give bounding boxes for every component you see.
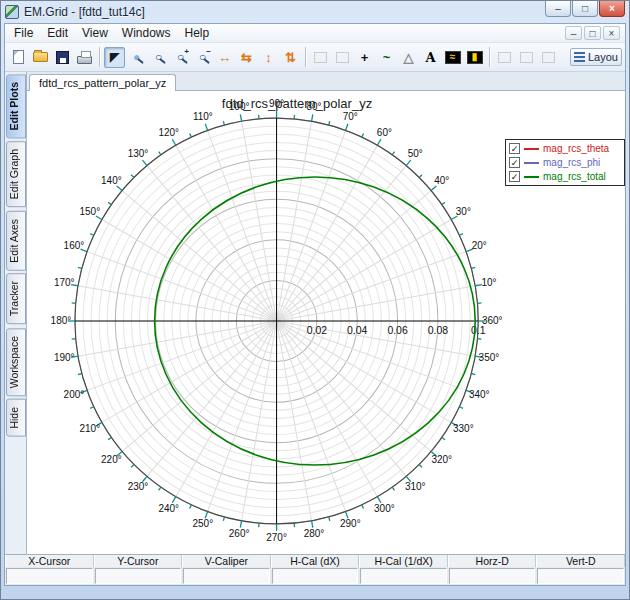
side-tab-workspace[interactable]: Workspace <box>6 328 26 396</box>
app-window: EM.Grid - [fdtd_tut14c] – □ × FileEditVi… <box>0 0 630 600</box>
legend-checkbox[interactable]: ✓ <box>509 171 520 182</box>
angle-label: 30° <box>456 206 471 217</box>
status-value-cell <box>449 568 536 584</box>
menu-file[interactable]: File <box>7 25 40 41</box>
pan-vertical-icon[interactable] <box>280 47 301 68</box>
radial-label: 0.02 <box>307 324 328 336</box>
angle-label: 350° <box>479 352 500 363</box>
angle-label: 280° <box>304 528 325 539</box>
text-label-icon[interactable] <box>420 47 441 68</box>
plot-area[interactable]: fdtd_rcs_pattern_polar_yz 10°20°30°40°50… <box>27 91 625 554</box>
toolbar-items: +− <box>8 47 559 68</box>
side-tab-strip: Edit PlotsEdit GraphEdit AxesTrackerWork… <box>5 72 26 554</box>
menu-windows[interactable]: Windows <box>115 25 178 41</box>
legend-line-sample <box>524 162 539 164</box>
legend-label: mag_rcs_phi <box>543 157 600 168</box>
angle-label: 250° <box>193 518 214 529</box>
angle-label: 210° <box>80 423 101 434</box>
status-header-row: X-CursorY-CursorV-CaliperH-Cal (dX)H-Cal… <box>5 554 625 567</box>
float-panel-icon <box>516 47 537 68</box>
angle-label: 200° <box>64 389 85 400</box>
angle-label: 100° <box>229 101 250 112</box>
curve-tool-icon[interactable] <box>376 47 397 68</box>
radial-label: 0.06 <box>387 324 408 336</box>
pan-horizontal-icon[interactable] <box>236 47 257 68</box>
legend-item: ✓mag_rcs_total <box>509 170 621 183</box>
angle-label: 290° <box>340 518 361 529</box>
legend-checkbox[interactable]: ✓ <box>509 143 520 154</box>
legend-checkbox[interactable]: ✓ <box>509 157 520 168</box>
angle-label: 140° <box>101 175 122 186</box>
export-view-icon <box>538 47 559 68</box>
status-header-horz-d: Horz-D <box>448 555 537 567</box>
save-icon[interactable] <box>52 47 73 68</box>
legend-item: ✓mag_rcs_theta <box>509 142 621 155</box>
status-header-h-cal-1-dx-: H-Cal (1/dX) <box>359 555 448 567</box>
mdi-minimize-button[interactable]: – <box>565 26 582 40</box>
side-tab-edit-axes[interactable]: Edit Axes <box>6 211 26 271</box>
zoom-pan-icon[interactable] <box>148 47 169 68</box>
angle-label: 10° <box>481 277 496 288</box>
angle-label: 20° <box>472 240 487 251</box>
mdi-restore-button[interactable]: □ <box>584 26 601 40</box>
status-header-h-cal-dx-: H-Cal (dX) <box>271 555 360 567</box>
side-tab-hide[interactable]: Hide <box>6 399 26 437</box>
mdi-window-controls: – □ × <box>565 26 623 40</box>
status-value-cell <box>95 568 182 584</box>
menu-help[interactable]: Help <box>178 25 217 41</box>
angle-label: 320° <box>431 454 452 465</box>
radial-label: 0.04 <box>347 324 368 336</box>
legend: ✓mag_rcs_theta✓mag_rcs_phi✓mag_rcs_total <box>505 139 625 186</box>
triangle-marker-icon[interactable] <box>398 47 419 68</box>
legend-label: mag_rcs_total <box>543 171 606 182</box>
angle-label: 40° <box>434 175 449 186</box>
status-value-cell <box>360 568 447 584</box>
fit-height-icon[interactable] <box>258 47 279 68</box>
zoom-window-icon[interactable] <box>126 47 147 68</box>
zoom-in-icon[interactable]: + <box>170 47 191 68</box>
pointer-tool-icon[interactable] <box>104 47 125 68</box>
angle-label: 330° <box>453 423 474 434</box>
side-tab-edit-plots[interactable]: Edit Plots <box>6 74 26 138</box>
menu-edit[interactable]: Edit <box>40 25 75 41</box>
radial-label: 0.08 <box>428 324 449 336</box>
angle-label: 300° <box>374 502 395 513</box>
main-row: Edit PlotsEdit GraphEdit AxesTrackerWork… <box>5 72 625 554</box>
toolbar-separator <box>99 47 100 67</box>
angle-label: 80° <box>306 101 321 112</box>
side-tab-tracker[interactable]: Tracker <box>6 273 26 324</box>
close-button[interactable]: × <box>599 1 625 17</box>
minimize-button[interactable]: – <box>545 1 571 17</box>
open-folder-icon[interactable] <box>30 47 51 68</box>
rect-zoom-icon <box>332 47 353 68</box>
status-value-cell <box>272 568 359 584</box>
add-marker-icon[interactable] <box>354 47 375 68</box>
side-tab-edit-graph[interactable]: Edit Graph <box>6 141 26 207</box>
angle-label: 60° <box>377 127 392 138</box>
status-header-vert-d: Vert-D <box>536 555 625 567</box>
fit-width-icon[interactable] <box>214 47 235 68</box>
new-document-icon[interactable] <box>8 47 29 68</box>
radial-label: 0.1 <box>471 324 486 336</box>
mdi-close-button[interactable]: × <box>603 26 620 40</box>
titlebar[interactable]: EM.Grid - [fdtd_tut14c] – □ × <box>1 1 629 23</box>
tab-fdtd-rcs-pattern-polar-yz[interactable]: fdtd_rcs_pattern_polar_yz <box>29 74 176 91</box>
spectrum-icon[interactable] <box>464 47 485 68</box>
layout-button[interactable]: Layou <box>570 48 622 66</box>
toolbar: +− Layou <box>5 43 625 72</box>
window-bottom-frame <box>1 586 629 599</box>
angle-label: 70° <box>343 111 358 122</box>
legend-line-sample <box>524 176 539 178</box>
rect-select-icon <box>310 47 331 68</box>
angle-label: 230° <box>128 481 149 492</box>
angle-label: 50° <box>408 148 423 159</box>
status-header-x-cursor: X-Cursor <box>5 555 94 567</box>
maximize-button[interactable]: □ <box>572 1 598 17</box>
print-icon[interactable] <box>74 47 95 68</box>
menu-view[interactable]: View <box>75 25 115 41</box>
app-body: FileEditViewWindowsHelp – □ × +− Layou E… <box>4 23 626 586</box>
status-value-cell <box>183 568 270 584</box>
zoom-out-icon[interactable]: − <box>192 47 213 68</box>
trace-style-icon[interactable] <box>442 47 463 68</box>
angle-label: 90° <box>269 98 284 109</box>
